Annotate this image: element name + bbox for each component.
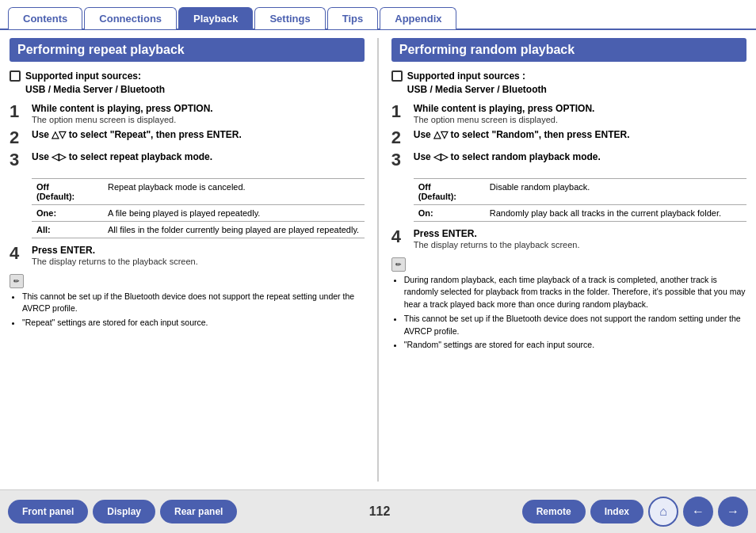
- display-button[interactable]: Display: [93, 500, 155, 523]
- index-button[interactable]: Index: [590, 500, 643, 523]
- repeat-options-table: Off (Default): Repeat playback mode is c…: [32, 178, 365, 238]
- random-note-3: "Random" settings are stored for each in…: [404, 339, 746, 352]
- tab-appendix[interactable]: Appendix: [380, 7, 456, 29]
- random-step-2: 2 Use △▽ to select "Random", then press …: [391, 129, 746, 147]
- random-note-2: This cannot be set up if the Bluetooth d…: [404, 313, 746, 338]
- tab-playback[interactable]: Playback: [178, 7, 253, 29]
- random-options-table: Off (Default): Disable random playback. …: [414, 178, 746, 222]
- random-step-4: 4 Press ENTER. The display returns to th…: [391, 228, 746, 249]
- rear-panel-button[interactable]: Rear panel: [160, 500, 237, 523]
- repeat-step-2: 2 Use △▽ to select "Repeat", then press …: [10, 129, 365, 147]
- random-step-3: 3 Use ◁▷ to select random playback mode.: [391, 151, 746, 169]
- random-note-1: During random playback, each time playba…: [404, 274, 746, 311]
- random-playback-section: Performing random playback Supported inp…: [391, 38, 746, 482]
- tab-settings[interactable]: Settings: [254, 7, 325, 29]
- repeat-section-title: Performing repeat playback: [10, 38, 365, 62]
- prev-button[interactable]: ←: [683, 497, 713, 527]
- section-divider: [377, 38, 379, 482]
- main-content: Performing repeat playback Supported inp…: [0, 30, 756, 489]
- repeat-playback-section: Performing repeat playback Supported inp…: [10, 38, 365, 482]
- repeat-note-1: This cannot be set up if the Bluetooth d…: [22, 291, 365, 316]
- repeat-option-off: Off (Default): Repeat playback mode is c…: [32, 178, 365, 204]
- note-icon: ✏: [10, 274, 24, 288]
- repeat-supported-sources: Supported input sources: USB / Media Ser…: [10, 70, 365, 97]
- repeat-note-2: "Repeat" settings are stored for each in…: [22, 317, 365, 329]
- random-option-on: On: Randomly play back all tracks in the…: [414, 204, 746, 221]
- repeat-step-3: 3 Use ◁▷ to select repeat playback mode.: [10, 151, 365, 169]
- arrow-right-icon: →: [727, 504, 739, 519]
- checkbox-icon-right: [391, 70, 403, 82]
- repeat-option-all: All: All files in the folder currently b…: [32, 221, 365, 238]
- tab-connections[interactable]: Connections: [84, 7, 177, 29]
- random-section-title: Performing random playback: [391, 38, 746, 62]
- footer: Front panel Display Rear panel 112 Remot…: [0, 489, 756, 533]
- random-step-1: 1 While content is playing, press OPTION…: [391, 103, 746, 124]
- front-panel-button[interactable]: Front panel: [8, 500, 88, 523]
- repeat-step-1: 1 While content is playing, press OPTION…: [10, 103, 365, 124]
- remote-button[interactable]: Remote: [522, 500, 586, 523]
- arrow-left-icon: ←: [692, 504, 704, 519]
- tab-bar: Contents Connections Playback Settings T…: [0, 0, 756, 30]
- repeat-sources-text: Supported input sources: USB / Media Ser…: [25, 70, 165, 97]
- home-icon: ⌂: [659, 504, 667, 519]
- repeat-step-4: 4 Press ENTER. The display returns to th…: [10, 245, 365, 266]
- home-button[interactable]: ⌂: [648, 497, 678, 527]
- next-button[interactable]: →: [718, 497, 748, 527]
- random-option-off: Off (Default): Disable random playback.: [414, 178, 746, 204]
- repeat-notes: ✏ This cannot be set up if the Bluetooth…: [10, 274, 365, 331]
- tab-tips[interactable]: Tips: [327, 7, 379, 29]
- random-notes: ✏ During random playback, each time play…: [391, 257, 746, 354]
- random-supported-sources: Supported input sources : USB / Media Se…: [391, 70, 746, 97]
- random-sources-text: Supported input sources : USB / Media Se…: [407, 70, 547, 97]
- page-number: 112: [242, 504, 517, 519]
- checkbox-icon: [10, 70, 21, 82]
- note-icon-right: ✏: [391, 257, 406, 272]
- tab-contents[interactable]: Contents: [8, 7, 82, 29]
- repeat-option-one: One: A file being played is played repea…: [32, 204, 365, 221]
